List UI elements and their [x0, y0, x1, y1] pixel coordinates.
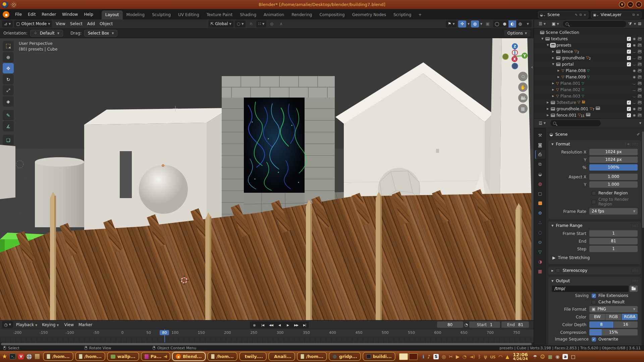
transform-orientation-dropdown[interactable]: ⇱Global▼ — [208, 20, 233, 27]
hide-in-viewport-toggle[interactable] — [632, 89, 636, 91]
outliner-search-input[interactable] — [563, 21, 626, 27]
outliner-row[interactable]: ▽ groundhole.001 ▽7 ▽ — [534, 106, 644, 112]
drag-dropdown[interactable]: Select Box▼ — [84, 30, 117, 37]
timeline-menu-dropdown[interactable]: Playback ▼ — [14, 321, 40, 328]
expand-arrow-icon[interactable] — [551, 56, 555, 59]
tray-icon[interactable]: ℹ — [423, 354, 424, 359]
pin-icon[interactable]: ✎ — [575, 13, 578, 17]
outliner-item-label[interactable]: Plane.008 — [566, 68, 586, 73]
outliner-item-label[interactable]: fence — [562, 49, 573, 54]
workspace-tab[interactable]: Compositing — [316, 10, 348, 19]
outliner-row[interactable]: ▽ groundhole ▽2 ▽ — [534, 55, 644, 61]
cache-result-checkbox[interactable] — [592, 300, 596, 304]
resolution-y-field[interactable]: 1024 px — [589, 157, 638, 163]
tray-icon[interactable]: ▲ — [505, 354, 509, 359]
disable-in-renders-toggle[interactable] — [638, 81, 642, 85]
outliner-row[interactable]: ▽ fence ▽2 ▽ — [534, 48, 644, 55]
tab-particles[interactable]: ∴ — [535, 218, 545, 227]
properties-scrollbar[interactable] — [642, 131, 644, 346]
tool-cursor[interactable]: ⊕ — [3, 52, 14, 62]
show-overlays-toggle[interactable]: ◍ — [471, 20, 479, 27]
workspace-tab[interactable]: Texture Paint — [203, 10, 236, 19]
mode-dropdown[interactable]: ▢Object Mode▼ — [14, 20, 52, 27]
timeline-menu[interactable]: View — [62, 321, 76, 328]
snap-to-dropdown[interactable]: ∷▼ — [256, 20, 266, 27]
workspace-tab[interactable]: Shading — [236, 10, 260, 19]
tab-scene[interactable]: ◒ — [535, 170, 545, 178]
time-stretching-header[interactable]: ▶Time Stretching — [552, 253, 638, 261]
outliner-filter-id-dropdown[interactable]: ▣▼ — [550, 20, 561, 27]
add-workspace-button[interactable]: + — [416, 10, 424, 19]
expand-arrow-icon[interactable] — [551, 95, 555, 98]
format-presets-icon[interactable]: ⋮≡ :::: — [624, 142, 638, 146]
current-frame-field[interactable]: 80 — [437, 321, 463, 328]
taskbar-window-button[interactable]: Anali... ◄) — [268, 352, 295, 361]
outliner-row[interactable]: ▽ ▽ Plane.001 ▽ ▽ — [534, 80, 644, 86]
outliner-row[interactable]: ▽ ▽ Plane.003 ▽ ▽ — [534, 93, 644, 99]
shading-solid-button[interactable]: ● — [501, 20, 508, 27]
tray-icon[interactable]: ☺ — [540, 354, 545, 359]
tab-world[interactable]: ◍ — [535, 179, 545, 188]
tab-output[interactable]: ⎙ — [535, 150, 545, 159]
outliner-item-label[interactable]: textures — [551, 37, 568, 41]
zoom-view-button[interactable] — [518, 72, 528, 81]
output-path-field[interactable]: /tmp/ — [552, 286, 629, 292]
frame-end-field[interactable]: End81 — [501, 321, 529, 328]
close-button[interactable]: ✕ — [636, 1, 642, 8]
disable-in-renders-toggle[interactable] — [638, 56, 642, 60]
disable-in-renders-toggle[interactable] — [638, 88, 642, 92]
next-keyframe-button[interactable]: ▶▶ — [292, 322, 300, 328]
expand-arrow-icon[interactable] — [546, 107, 549, 110]
hide-in-viewport-toggle[interactable] — [632, 102, 636, 104]
current-frame-indicator[interactable]: 80 — [160, 330, 169, 335]
tab-render[interactable]: ◙ — [535, 140, 545, 149]
proportional-editing-icon[interactable]: ◎ — [268, 20, 276, 27]
frame-range-panel-header[interactable]: ▼Frame Range:::: — [548, 222, 641, 230]
taskbar-window-button[interactable]: Blend... ◄) — [172, 352, 206, 361]
new-viewlayer-icon[interactable]: ⧉ — [632, 13, 635, 17]
object-visibility-dropdown[interactable]: ⚑▼ — [446, 20, 457, 27]
resolution-percentage-slider[interactable]: 100% — [589, 164, 638, 171]
outliner-filter-icon[interactable]: ⧩ — [628, 21, 632, 26]
outliner-item-label[interactable]: portal — [562, 62, 574, 67]
tray-icon[interactable]: ◎ — [442, 354, 446, 359]
media-player-launcher-icon[interactable] — [26, 354, 32, 360]
expand-arrow-icon[interactable] — [546, 101, 549, 104]
hide-in-viewport-toggle[interactable] — [632, 113, 636, 117]
tool-select-box[interactable] — [3, 41, 14, 51]
expand-arrow-icon[interactable] — [546, 114, 549, 117]
crop-render-region-checkbox[interactable] — [592, 200, 596, 204]
frame-step-field[interactable]: 1 — [589, 246, 638, 252]
falloff-curve-icon[interactable]: ∧ — [277, 20, 285, 27]
depth-8-button[interactable]: 8 — [589, 321, 613, 328]
tab-constraints[interactable]: ⊙ — [535, 238, 545, 246]
color-rgba-button[interactable]: RGBA — [622, 314, 638, 320]
tool-rotate[interactable]: ↻ — [3, 74, 14, 84]
tab-physics[interactable]: ◌ — [535, 228, 545, 237]
tray-icon[interactable]: ♪ — [427, 354, 430, 359]
workspace-tab[interactable]: Modeling — [123, 10, 149, 19]
hide-in-viewport-toggle[interactable] — [632, 107, 636, 111]
exclude-checkbox[interactable] — [627, 43, 631, 47]
timeline-menu[interactable]: Marker — [76, 321, 95, 328]
play-reverse-button[interactable]: ◀ — [275, 322, 283, 328]
aspect-y-field[interactable]: 1.000 — [589, 181, 638, 188]
exclude-checkbox[interactable] — [627, 101, 631, 105]
timeline-track[interactable] — [0, 337, 534, 343]
topbar-menu[interactable]: Edit — [25, 10, 39, 19]
tray-icon[interactable]: ◔ — [463, 354, 467, 359]
outliner-item-label[interactable]: Plane.003 — [560, 94, 580, 99]
timeline-ruler[interactable]: -200-150-100-500501001502002503003504004… — [0, 329, 534, 337]
tool-annotate[interactable]: ✎ — [3, 110, 14, 120]
workspace-tab[interactable]: Animation — [260, 10, 288, 19]
jump-to-start-button[interactable]: |◀ — [259, 322, 267, 328]
taskbar-window-button[interactable]: Pa... ◄) — [141, 352, 170, 361]
tool-transform[interactable]: ◈ — [3, 96, 14, 107]
outliner-item-label[interactable]: Plane.009 — [566, 75, 586, 79]
workspace-tab[interactable]: Rendering — [288, 10, 316, 19]
exclude-checkbox[interactable] — [627, 107, 631, 111]
file-extensions-checkbox[interactable] — [592, 294, 596, 298]
wall-piece[interactable] — [0, 145, 15, 199]
taskbar-window-button[interactable]: buildi... ◄) — [363, 352, 395, 361]
pin-id-icon[interactable]: ✐ — [637, 132, 640, 137]
